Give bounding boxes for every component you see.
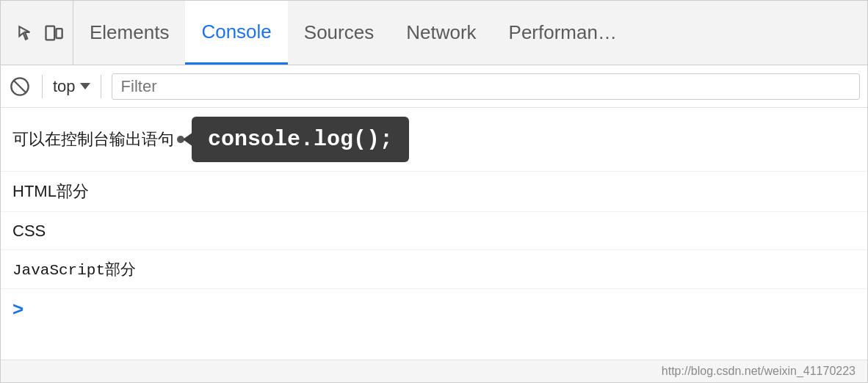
console-text-1: 可以在控制台输出语句 [12, 128, 174, 150]
inspect-icon[interactable] [15, 23, 36, 43]
console-output: 可以在控制台输出语句 console.log(); HTML部分 CSS Jav… [1, 108, 867, 360]
context-selector[interactable]: top [53, 77, 90, 96]
svg-rect-0 [46, 26, 55, 40]
tooltip-container: console.log(); [192, 117, 409, 162]
tooltip-box: console.log(); [192, 117, 409, 162]
clear-console-button[interactable] [8, 75, 32, 98]
tab-sources[interactable]: Sources [288, 1, 390, 65]
console-row-4: JavaScript部分 [1, 250, 867, 289]
console-text-4: JavaScript部分 [12, 259, 136, 280]
footer-link: http://blog.csdn.net/weixin_41170223 [662, 365, 856, 378]
svg-line-3 [13, 80, 26, 93]
toolbar-divider-2 [101, 75, 101, 98]
tab-console[interactable]: Console [185, 1, 287, 65]
context-label: top [53, 77, 76, 96]
tab-bar: Elements Console Sources Network Perform… [1, 1, 867, 65]
footer: http://blog.csdn.net/weixin_41170223 [1, 360, 867, 382]
devtools-panel: Elements Console Sources Network Perform… [0, 0, 868, 383]
console-toolbar: top [1, 65, 867, 108]
tab-bar-icons [7, 1, 73, 65]
tab-network[interactable]: Network [390, 1, 492, 65]
console-text-3: CSS [12, 222, 46, 241]
toolbar-divider [42, 75, 43, 98]
tooltip-text: console.log(); [208, 127, 393, 152]
console-text-2: HTML部分 [12, 180, 89, 203]
console-row-3: CSS [1, 212, 867, 250]
console-row-2: HTML部分 [1, 172, 867, 212]
tab-elements[interactable]: Elements [73, 1, 185, 65]
console-row-1: 可以在控制台输出语句 console.log(); [1, 108, 867, 172]
svg-rect-1 [57, 29, 62, 38]
context-dropdown-arrow[interactable] [80, 83, 90, 90]
console-prompt-row[interactable]: > [1, 289, 867, 329]
tab-performance[interactable]: Performan… [493, 1, 633, 65]
filter-input[interactable] [112, 73, 860, 100]
prompt-chevron: > [12, 298, 23, 321]
device-toggle-icon[interactable] [43, 23, 64, 43]
